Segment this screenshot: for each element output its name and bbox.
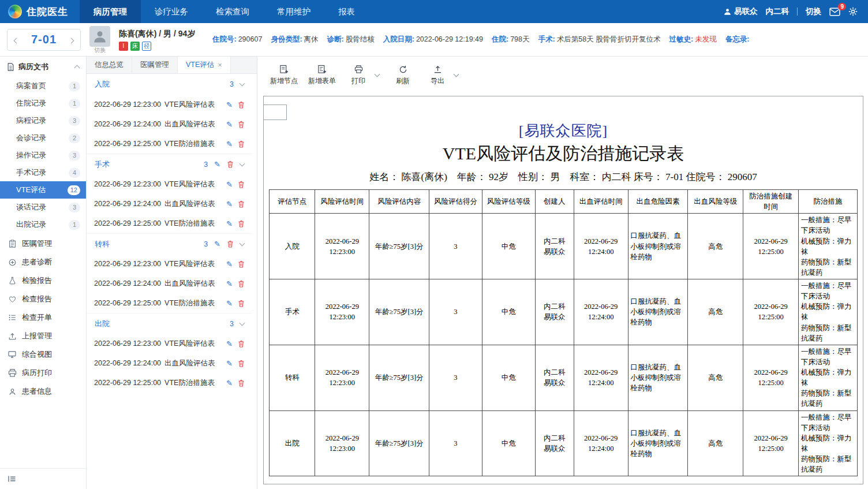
- sidebar-group-header[interactable]: 病历文书: [0, 57, 86, 77]
- edit-icon[interactable]: ✎: [226, 360, 233, 367]
- edit-icon[interactable]: ✎: [226, 300, 233, 307]
- chevron-down-icon[interactable]: [240, 81, 245, 87]
- trash-icon[interactable]: [238, 300, 245, 307]
- tree-item[interactable]: 2022-06-29 12:23:00VTE风险评估表✎: [87, 254, 252, 274]
- trash-icon[interactable]: [238, 260, 245, 268]
- sidebar-menu-item[interactable]: 检查开单: [0, 308, 86, 327]
- edit-icon[interactable]: ✎: [226, 181, 233, 188]
- edit-icon[interactable]: ✎: [214, 160, 220, 168]
- sidebar-doc-item[interactable]: 谈话记录3: [0, 199, 86, 216]
- nav-menu-item[interactable]: 诊疗业务: [141, 0, 202, 23]
- sidebar-doc-item[interactable]: 出院记录1: [0, 216, 86, 233]
- tree-item[interactable]: 2022-06-29 12:25:00VTE防治措施表✎: [87, 293, 252, 313]
- edit-icon[interactable]: ✎: [226, 260, 233, 268]
- tree-section-header[interactable]: 出院3: [87, 313, 252, 334]
- trash-icon[interactable]: [238, 220, 245, 227]
- sidebar-menu-item[interactable]: 综合视图: [0, 345, 86, 364]
- tool-button[interactable]: 新增表单: [305, 64, 339, 87]
- edit-icon[interactable]: ✎: [214, 240, 220, 248]
- switch-user-button[interactable]: 切换: [806, 6, 821, 17]
- sidebar-doc-item[interactable]: 住院记录1: [0, 95, 86, 112]
- item-actions: ✎: [223, 121, 245, 128]
- trash-icon[interactable]: [238, 280, 245, 288]
- nav-menu-item[interactable]: 常用维护: [263, 0, 324, 23]
- edit-icon[interactable]: ✎: [226, 200, 233, 208]
- trash-icon[interactable]: [227, 240, 234, 248]
- trash-icon[interactable]: [238, 140, 245, 148]
- tree-item[interactable]: 2022-06-29 12:25:00VTE防治措施表✎: [87, 214, 252, 233]
- patient-field: 住院:798天: [492, 35, 530, 44]
- tree-item[interactable]: 2022-06-29 12:24:00出血风险评估表✎: [87, 353, 252, 373]
- dropdown-caret-icon[interactable]: [375, 72, 380, 77]
- table-cell: 中危: [482, 410, 535, 476]
- close-icon[interactable]: ×: [218, 61, 222, 69]
- trash-icon[interactable]: [238, 181, 245, 188]
- sidebar-menu-item[interactable]: 医嘱管理: [0, 234, 86, 253]
- tree-item[interactable]: 2022-06-29 12:24:00出血风险评估表✎: [87, 114, 252, 134]
- sidebar-menu-item[interactable]: 患者诊断: [0, 253, 86, 271]
- trash-icon[interactable]: [238, 121, 245, 128]
- user-menu[interactable]: 易联众: [724, 6, 758, 17]
- chevron-down-icon[interactable]: [240, 320, 245, 326]
- nav-menu-item[interactable]: 报表: [324, 0, 369, 23]
- trash-icon[interactable]: [238, 360, 245, 367]
- tab[interactable]: 医嘱管理: [132, 57, 178, 73]
- tab[interactable]: VTE评估×: [178, 57, 231, 73]
- sidebar-menu-item[interactable]: 上报管理: [0, 327, 86, 345]
- table-cell: 内二科 易联众: [535, 279, 574, 345]
- collapse-sidebar-icon[interactable]: [8, 475, 16, 483]
- trash-icon[interactable]: [227, 160, 234, 168]
- sidebar-doc-item[interactable]: 会诊记录2: [0, 129, 86, 147]
- chevron-down-icon[interactable]: [240, 160, 245, 166]
- tree-section-header[interactable]: 手术3✎: [87, 154, 252, 174]
- sidebar-menu-item[interactable]: 检查报告: [0, 290, 86, 308]
- chevron-up-icon[interactable]: [74, 65, 80, 71]
- tool-button[interactable]: 导出: [422, 64, 453, 87]
- tool-button[interactable]: 刷新: [387, 64, 418, 87]
- tree-section-header[interactable]: 转科3✎: [87, 233, 252, 254]
- tree-item[interactable]: 2022-06-29 12:23:00VTE风险评估表✎: [87, 334, 252, 353]
- trash-icon[interactable]: [238, 379, 245, 387]
- tool-button[interactable]: 打印: [343, 64, 374, 87]
- sidebar-doc-item[interactable]: VTE评估12: [0, 181, 86, 199]
- patient-field-label: 诊断:: [327, 35, 344, 43]
- tree-section-header[interactable]: 入院3: [87, 74, 252, 95]
- dropdown-caret-icon[interactable]: [454, 72, 459, 77]
- table-cell: 年龄≥75岁[3]分: [369, 345, 429, 410]
- prev-bed-button[interactable]: [14, 35, 18, 45]
- nav-menu-item[interactable]: 病历管理: [80, 0, 141, 23]
- trash-icon[interactable]: [238, 200, 245, 208]
- avatar-switch-button[interactable]: 切换: [94, 47, 106, 53]
- sidebar-doc-item[interactable]: 操作记录3: [0, 147, 86, 164]
- edit-icon[interactable]: ✎: [226, 121, 233, 128]
- tree-item[interactable]: 2022-06-29 12:25:00VTE防治措施表✎: [87, 373, 252, 393]
- next-bed-button[interactable]: [69, 35, 73, 45]
- nav-menu-item[interactable]: 检索查询: [202, 0, 263, 23]
- sidebar-menu-item[interactable]: 检验报告: [0, 271, 86, 290]
- settings-button[interactable]: [848, 7, 858, 16]
- trash-icon[interactable]: [238, 340, 245, 348]
- sidebar-menu-item[interactable]: 病历打印: [0, 364, 86, 382]
- tool-button[interactable]: 新增节点: [267, 64, 301, 87]
- tree-item[interactable]: 2022-06-29 12:23:00VTE风险评估表✎: [87, 174, 252, 194]
- patient-field: 住院号:290607: [212, 35, 262, 44]
- tree-item[interactable]: 2022-06-29 12:24:00出血风险评估表✎: [87, 274, 252, 293]
- edit-icon[interactable]: ✎: [226, 101, 233, 109]
- edit-icon[interactable]: ✎: [226, 340, 233, 348]
- edit-icon[interactable]: ✎: [226, 379, 233, 387]
- edit-icon[interactable]: ✎: [226, 220, 233, 227]
- tree-item[interactable]: 2022-06-29 12:23:00VTE风险评估表✎: [87, 95, 252, 114]
- mail-button[interactable]: 9: [829, 8, 840, 16]
- chevron-down-icon[interactable]: [240, 240, 245, 246]
- patient-avatar[interactable]: [89, 26, 110, 47]
- sidebar-menu-item[interactable]: 患者信息: [0, 382, 86, 401]
- tab[interactable]: 信息总览: [87, 57, 132, 73]
- edit-icon[interactable]: ✎: [226, 140, 233, 148]
- sidebar-doc-item[interactable]: 手术记录4: [0, 164, 86, 181]
- tree-item[interactable]: 2022-06-29 12:25:00VTE防治措施表✎: [87, 134, 252, 154]
- sidebar-doc-item[interactable]: 病程记录3: [0, 112, 86, 129]
- edit-icon[interactable]: ✎: [226, 280, 233, 288]
- sidebar-doc-item[interactable]: 病案首页1: [0, 77, 86, 95]
- trash-icon[interactable]: [238, 101, 245, 109]
- tree-item[interactable]: 2022-06-29 12:24:00出血风险评估表✎: [87, 194, 252, 214]
